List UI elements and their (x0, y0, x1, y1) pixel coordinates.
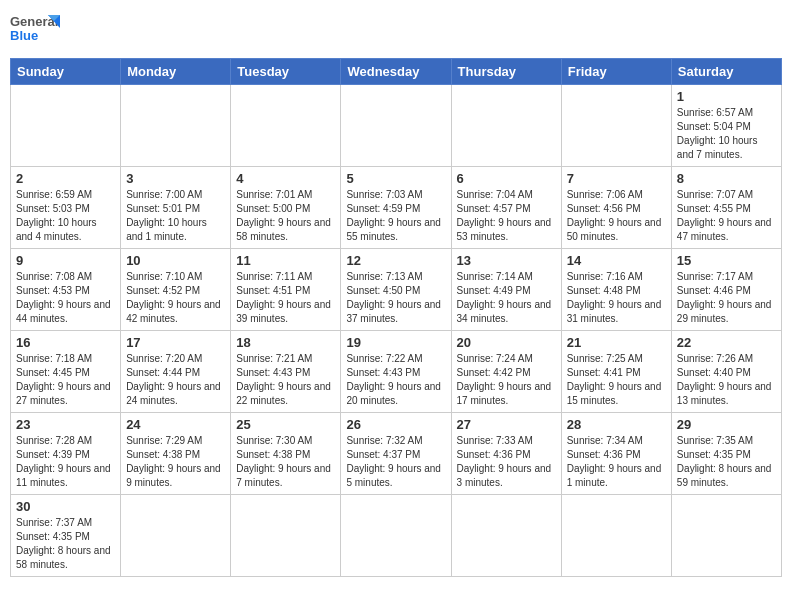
calendar-cell: 19Sunrise: 7:22 AM Sunset: 4:43 PM Dayli… (341, 331, 451, 413)
calendar-cell (451, 495, 561, 577)
week-row-1: 2Sunrise: 6:59 AM Sunset: 5:03 PM Daylig… (11, 167, 782, 249)
calendar-cell: 16Sunrise: 7:18 AM Sunset: 4:45 PM Dayli… (11, 331, 121, 413)
day-number: 9 (16, 253, 115, 268)
calendar-cell: 13Sunrise: 7:14 AM Sunset: 4:49 PM Dayli… (451, 249, 561, 331)
day-number: 4 (236, 171, 335, 186)
calendar-cell: 26Sunrise: 7:32 AM Sunset: 4:37 PM Dayli… (341, 413, 451, 495)
day-number: 17 (126, 335, 225, 350)
calendar-cell (561, 85, 671, 167)
weekday-header-monday: Monday (121, 59, 231, 85)
day-number: 7 (567, 171, 666, 186)
calendar-cell: 20Sunrise: 7:24 AM Sunset: 4:42 PM Dayli… (451, 331, 561, 413)
calendar-cell: 24Sunrise: 7:29 AM Sunset: 4:38 PM Dayli… (121, 413, 231, 495)
calendar-cell (11, 85, 121, 167)
day-number: 26 (346, 417, 445, 432)
day-number: 15 (677, 253, 776, 268)
calendar-cell: 29Sunrise: 7:35 AM Sunset: 4:35 PM Dayli… (671, 413, 781, 495)
day-info: Sunrise: 7:24 AM Sunset: 4:42 PM Dayligh… (457, 352, 556, 408)
day-number: 21 (567, 335, 666, 350)
calendar-cell: 5Sunrise: 7:03 AM Sunset: 4:59 PM Daylig… (341, 167, 451, 249)
day-number: 2 (16, 171, 115, 186)
day-number: 25 (236, 417, 335, 432)
calendar-cell: 3Sunrise: 7:00 AM Sunset: 5:01 PM Daylig… (121, 167, 231, 249)
calendar-cell (121, 85, 231, 167)
day-info: Sunrise: 7:07 AM Sunset: 4:55 PM Dayligh… (677, 188, 776, 244)
day-info: Sunrise: 7:22 AM Sunset: 4:43 PM Dayligh… (346, 352, 445, 408)
day-info: Sunrise: 7:25 AM Sunset: 4:41 PM Dayligh… (567, 352, 666, 408)
day-number: 1 (677, 89, 776, 104)
day-info: Sunrise: 7:33 AM Sunset: 4:36 PM Dayligh… (457, 434, 556, 490)
day-number: 13 (457, 253, 556, 268)
day-number: 10 (126, 253, 225, 268)
day-info: Sunrise: 7:10 AM Sunset: 4:52 PM Dayligh… (126, 270, 225, 326)
calendar-cell: 21Sunrise: 7:25 AM Sunset: 4:41 PM Dayli… (561, 331, 671, 413)
day-info: Sunrise: 7:20 AM Sunset: 4:44 PM Dayligh… (126, 352, 225, 408)
calendar-cell: 27Sunrise: 7:33 AM Sunset: 4:36 PM Dayli… (451, 413, 561, 495)
calendar-cell (341, 495, 451, 577)
calendar-cell: 30Sunrise: 7:37 AM Sunset: 4:35 PM Dayli… (11, 495, 121, 577)
logo: General Blue (10, 10, 60, 50)
calendar-cell: 25Sunrise: 7:30 AM Sunset: 4:38 PM Dayli… (231, 413, 341, 495)
weekday-header-thursday: Thursday (451, 59, 561, 85)
calendar-cell (121, 495, 231, 577)
day-info: Sunrise: 7:17 AM Sunset: 4:46 PM Dayligh… (677, 270, 776, 326)
calendar-cell: 23Sunrise: 7:28 AM Sunset: 4:39 PM Dayli… (11, 413, 121, 495)
day-number: 18 (236, 335, 335, 350)
calendar-cell: 9Sunrise: 7:08 AM Sunset: 4:53 PM Daylig… (11, 249, 121, 331)
day-info: Sunrise: 6:59 AM Sunset: 5:03 PM Dayligh… (16, 188, 115, 244)
weekday-header-wednesday: Wednesday (341, 59, 451, 85)
day-info: Sunrise: 7:28 AM Sunset: 4:39 PM Dayligh… (16, 434, 115, 490)
day-info: Sunrise: 7:01 AM Sunset: 5:00 PM Dayligh… (236, 188, 335, 244)
calendar-cell (561, 495, 671, 577)
calendar-cell: 28Sunrise: 7:34 AM Sunset: 4:36 PM Dayli… (561, 413, 671, 495)
calendar-cell: 1Sunrise: 6:57 AM Sunset: 5:04 PM Daylig… (671, 85, 781, 167)
day-number: 28 (567, 417, 666, 432)
page-header: General Blue (10, 10, 782, 50)
calendar-cell: 12Sunrise: 7:13 AM Sunset: 4:50 PM Dayli… (341, 249, 451, 331)
day-info: Sunrise: 7:16 AM Sunset: 4:48 PM Dayligh… (567, 270, 666, 326)
calendar-cell: 22Sunrise: 7:26 AM Sunset: 4:40 PM Dayli… (671, 331, 781, 413)
day-number: 11 (236, 253, 335, 268)
day-number: 22 (677, 335, 776, 350)
day-number: 12 (346, 253, 445, 268)
day-info: Sunrise: 7:13 AM Sunset: 4:50 PM Dayligh… (346, 270, 445, 326)
weekday-header-friday: Friday (561, 59, 671, 85)
calendar-cell: 7Sunrise: 7:06 AM Sunset: 4:56 PM Daylig… (561, 167, 671, 249)
day-number: 27 (457, 417, 556, 432)
weekday-header-row: SundayMondayTuesdayWednesdayThursdayFrid… (11, 59, 782, 85)
day-number: 3 (126, 171, 225, 186)
day-info: Sunrise: 7:03 AM Sunset: 4:59 PM Dayligh… (346, 188, 445, 244)
day-number: 8 (677, 171, 776, 186)
day-number: 16 (16, 335, 115, 350)
day-number: 24 (126, 417, 225, 432)
day-number: 19 (346, 335, 445, 350)
day-number: 14 (567, 253, 666, 268)
day-info: Sunrise: 7:00 AM Sunset: 5:01 PM Dayligh… (126, 188, 225, 244)
calendar-cell: 8Sunrise: 7:07 AM Sunset: 4:55 PM Daylig… (671, 167, 781, 249)
day-info: Sunrise: 6:57 AM Sunset: 5:04 PM Dayligh… (677, 106, 776, 162)
day-info: Sunrise: 7:26 AM Sunset: 4:40 PM Dayligh… (677, 352, 776, 408)
day-number: 6 (457, 171, 556, 186)
week-row-2: 9Sunrise: 7:08 AM Sunset: 4:53 PM Daylig… (11, 249, 782, 331)
calendar-cell: 2Sunrise: 6:59 AM Sunset: 5:03 PM Daylig… (11, 167, 121, 249)
calendar-cell: 17Sunrise: 7:20 AM Sunset: 4:44 PM Dayli… (121, 331, 231, 413)
day-info: Sunrise: 7:14 AM Sunset: 4:49 PM Dayligh… (457, 270, 556, 326)
calendar-cell: 11Sunrise: 7:11 AM Sunset: 4:51 PM Dayli… (231, 249, 341, 331)
day-info: Sunrise: 7:30 AM Sunset: 4:38 PM Dayligh… (236, 434, 335, 490)
calendar-cell: 14Sunrise: 7:16 AM Sunset: 4:48 PM Dayli… (561, 249, 671, 331)
weekday-header-sunday: Sunday (11, 59, 121, 85)
week-row-4: 23Sunrise: 7:28 AM Sunset: 4:39 PM Dayli… (11, 413, 782, 495)
day-info: Sunrise: 7:04 AM Sunset: 4:57 PM Dayligh… (457, 188, 556, 244)
day-info: Sunrise: 7:29 AM Sunset: 4:38 PM Dayligh… (126, 434, 225, 490)
calendar-cell (341, 85, 451, 167)
day-info: Sunrise: 7:32 AM Sunset: 4:37 PM Dayligh… (346, 434, 445, 490)
calendar-cell: 4Sunrise: 7:01 AM Sunset: 5:00 PM Daylig… (231, 167, 341, 249)
week-row-3: 16Sunrise: 7:18 AM Sunset: 4:45 PM Dayli… (11, 331, 782, 413)
day-number: 30 (16, 499, 115, 514)
day-info: Sunrise: 7:18 AM Sunset: 4:45 PM Dayligh… (16, 352, 115, 408)
day-info: Sunrise: 7:34 AM Sunset: 4:36 PM Dayligh… (567, 434, 666, 490)
day-number: 23 (16, 417, 115, 432)
weekday-header-saturday: Saturday (671, 59, 781, 85)
day-info: Sunrise: 7:06 AM Sunset: 4:56 PM Dayligh… (567, 188, 666, 244)
day-info: Sunrise: 7:35 AM Sunset: 4:35 PM Dayligh… (677, 434, 776, 490)
